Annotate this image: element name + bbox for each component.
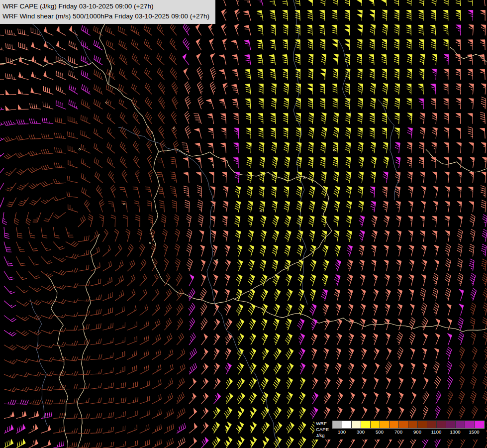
legend-swatch bbox=[437, 421, 446, 428]
legend-swatch bbox=[418, 421, 427, 428]
legend-swatch bbox=[408, 421, 418, 428]
legend-swatch bbox=[446, 421, 456, 428]
title-line-shear: WRF Wind shear (m/s) 500/1000hPa Friday … bbox=[2, 11, 209, 21]
legend-swatch bbox=[399, 421, 408, 428]
legend-swatch bbox=[361, 421, 371, 428]
legend-label: WRF CAPE J/kg bbox=[316, 421, 329, 439]
legend-tick-label: 700 bbox=[394, 429, 402, 435]
legend-strip: 100300500700900110013001500 bbox=[332, 421, 485, 435]
title-bar: WRF CAPE (J/kg) Friday 03-10-2025 09:00 … bbox=[0, 0, 215, 24]
title-line-cape: WRF CAPE (J/kg) Friday 03-10-2025 09:00 … bbox=[2, 1, 209, 11]
legend-swatch bbox=[390, 421, 399, 428]
legend-swatch bbox=[352, 421, 361, 428]
cape-legend: WRF CAPE J/kg 10030050070090011001300150… bbox=[314, 420, 486, 440]
legend-tick-label: 1100 bbox=[431, 429, 441, 435]
legend-tick-label: 100 bbox=[338, 429, 346, 435]
legend-swatch bbox=[475, 421, 484, 428]
legend-swatch bbox=[333, 421, 342, 428]
legend-tick-label: 500 bbox=[376, 429, 384, 435]
legend-tick-label: 900 bbox=[413, 429, 421, 435]
legend-label-field: CAPE bbox=[316, 427, 329, 433]
legend-tick-label: 1300 bbox=[450, 429, 460, 435]
legend-tick-label: 1500 bbox=[469, 429, 479, 435]
legend-swatch bbox=[371, 421, 380, 428]
weather-map: WRF CAPE (J/kg) Friday 03-10-2025 09:00 … bbox=[0, 0, 487, 448]
legend-swatch bbox=[465, 421, 475, 428]
map-canvas bbox=[0, 0, 487, 448]
legend-label-units: J/kg bbox=[316, 433, 329, 439]
legend-swatch bbox=[456, 421, 465, 428]
legend-label-model: WRF bbox=[316, 421, 329, 427]
legend-swatch bbox=[380, 421, 390, 428]
legend-color-cells bbox=[332, 421, 485, 429]
legend-tick-label: 300 bbox=[357, 429, 365, 435]
legend-swatch bbox=[427, 421, 437, 428]
legend-swatch bbox=[342, 421, 352, 428]
legend-tick-labels: 100300500700900110013001500 bbox=[332, 429, 484, 435]
